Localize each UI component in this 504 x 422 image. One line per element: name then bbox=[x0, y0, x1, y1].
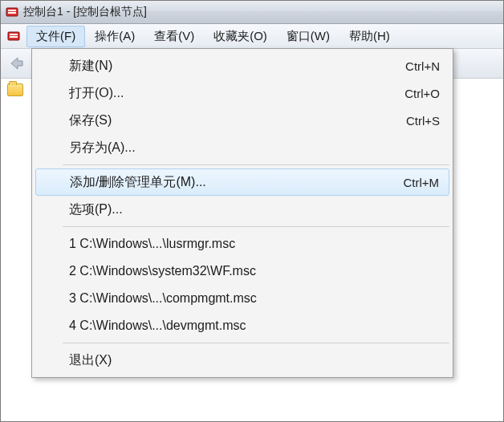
menu-item-recent-2[interactable]: 2 C:\Windows\system32\WF.msc bbox=[34, 258, 451, 285]
menu-item-accel: Ctrl+N bbox=[405, 59, 440, 73]
file-menu-dropdown: 新建(N) Ctrl+N 打开(O)... Ctrl+O 保存(S) Ctrl+… bbox=[31, 48, 453, 378]
menu-item-label: 保存(S) bbox=[69, 112, 387, 129]
menu-item-label: 退出(X) bbox=[69, 352, 440, 369]
menu-view[interactable]: 查看(V) bbox=[144, 26, 204, 47]
menu-item-label: 2 C:\Windows\system32\WF.msc bbox=[69, 264, 440, 278]
menu-item-label: 另存为(A)... bbox=[69, 140, 440, 156]
menu-bar: 文件(F) 操作(A) 查看(V) 收藏夹(O) 窗口(W) 帮助(H) bbox=[1, 24, 503, 49]
menu-item-label: 打开(O)... bbox=[69, 85, 385, 102]
app-icon bbox=[6, 6, 18, 18]
menu-item-label: 新建(N) bbox=[69, 58, 386, 75]
menu-item-label: 3 C:\Windows\...\compmgmt.msc bbox=[69, 291, 440, 306]
menu-item-recent-3[interactable]: 3 C:\Windows\...\compmgmt.msc bbox=[34, 285, 451, 312]
menu-item-recent-4[interactable]: 4 C:\Windows\...\devmgmt.msc bbox=[34, 312, 451, 339]
menu-separator bbox=[63, 226, 449, 227]
menu-separator bbox=[63, 164, 449, 165]
svg-rect-2 bbox=[8, 12, 16, 14]
toolbar-app-icon bbox=[7, 30, 20, 43]
window-title: 控制台1 - [控制台根节点] bbox=[23, 5, 147, 19]
menu-file[interactable]: 文件(F) bbox=[26, 26, 85, 47]
folder-icon bbox=[7, 83, 23, 96]
menu-item-exit[interactable]: 退出(X) bbox=[34, 347, 451, 374]
menu-item-label: 4 C:\Windows\...\devmgmt.msc bbox=[69, 319, 440, 333]
svg-rect-1 bbox=[8, 10, 16, 11]
mmc-window: 控制台1 - [控制台根节点] 文件(F) 操作(A) 查看(V) 收藏夹(O)… bbox=[0, 0, 504, 422]
svg-rect-4 bbox=[10, 34, 18, 35]
svg-rect-5 bbox=[10, 36, 18, 38]
menu-item-label: 添加/删除管理单元(M)... bbox=[70, 174, 384, 191]
menu-item-label: 选项(P)... bbox=[69, 201, 440, 218]
title-bar: 控制台1 - [控制台根节点] bbox=[1, 1, 503, 24]
menu-item-recent-1[interactable]: 1 C:\Windows\...\lusrmgr.msc bbox=[34, 230, 451, 258]
menu-item-options[interactable]: 选项(P)... bbox=[34, 196, 451, 223]
menu-item-label: 1 C:\Windows\...\lusrmgr.msc bbox=[69, 237, 440, 251]
menu-help[interactable]: 帮助(H) bbox=[339, 26, 400, 47]
menu-item-add-remove-snapin[interactable]: 添加/删除管理单元(M)... Ctrl+M bbox=[35, 168, 449, 196]
menu-favorites[interactable]: 收藏夹(O) bbox=[204, 26, 277, 47]
back-button[interactable] bbox=[6, 54, 28, 73]
menu-item-accel: Ctrl+S bbox=[406, 114, 440, 128]
menu-item-new[interactable]: 新建(N) Ctrl+N bbox=[34, 52, 451, 79]
menu-item-save[interactable]: 保存(S) Ctrl+S bbox=[34, 107, 451, 134]
menu-item-accel: Ctrl+M bbox=[403, 176, 439, 189]
menu-item-saveas[interactable]: 另存为(A)... bbox=[34, 134, 451, 161]
menu-item-accel: Ctrl+O bbox=[404, 87, 440, 100]
menu-separator bbox=[63, 343, 449, 343]
menu-action[interactable]: 操作(A) bbox=[85, 26, 144, 47]
menu-item-open[interactable]: 打开(O)... Ctrl+O bbox=[34, 79, 451, 107]
menu-window[interactable]: 窗口(W) bbox=[277, 26, 339, 47]
